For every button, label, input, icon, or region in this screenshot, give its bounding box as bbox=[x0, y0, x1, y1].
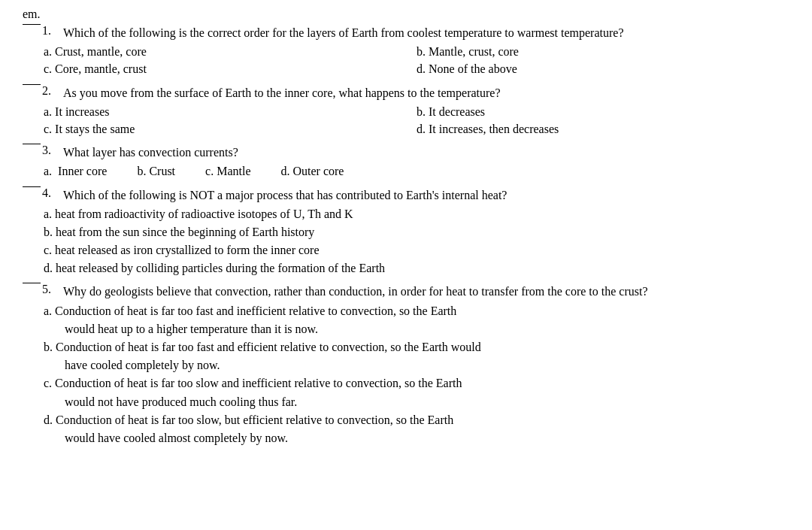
q5-answer-d-line2: would have cooled almost completely by n… bbox=[65, 429, 789, 447]
q4-answer-d: d. heat released by colliding particles … bbox=[44, 259, 789, 277]
q4-answer-c: c. heat released as iron crystallized to… bbox=[44, 241, 789, 259]
q4-blank bbox=[23, 186, 41, 187]
q1-answer-c: c. Core, mantle, crust bbox=[44, 60, 417, 77]
q2-number: 2. bbox=[42, 84, 63, 98]
q3-text: What layer has convection currents? bbox=[63, 144, 789, 161]
q3-answer-d: d. Outer core bbox=[280, 162, 351, 180]
q4-answer-b: b. heat from the sun since the beginning… bbox=[44, 223, 789, 241]
q5-answer-b-line1: b. Conduction of heat is far too fast an… bbox=[44, 338, 789, 356]
q3-blank bbox=[23, 144, 41, 144]
question-1: 1. Which of the following is the correct… bbox=[23, 24, 789, 78]
q5-answer-a-line1: a. Conduction of heat is far too fast an… bbox=[44, 302, 789, 320]
q5-answer-c-line2: would not have produced much cooling thu… bbox=[65, 393, 789, 410]
q1-number: 1. bbox=[42, 24, 63, 38]
q2-answer-a: a. It increases bbox=[44, 103, 417, 120]
q4-answer-a: a. heat from radioactivity of radioactiv… bbox=[44, 205, 789, 223]
q2-answer-d: d. It increases, then decreases bbox=[417, 120, 789, 138]
page-content: em. 1. Which of the following is the cor… bbox=[23, 8, 789, 447]
question-4: 4. Which of the following is NOT a major… bbox=[23, 186, 789, 277]
q3-number: 3. bbox=[42, 144, 63, 157]
q1-answer-b: b. Mantle, crust, core bbox=[417, 43, 789, 60]
q3-answer-b: b. Crust bbox=[137, 162, 183, 180]
q2-answer-c: c. It stays the same bbox=[44, 120, 417, 138]
q5-answer-a-line2: would heat up to a higher temperature th… bbox=[65, 320, 789, 338]
q2-text: As you move from the surface of Earth to… bbox=[63, 84, 789, 101]
question-5: 5. Why do geologists believe that convec… bbox=[23, 283, 789, 447]
q5-answers: a. Conduction of heat is far too fast an… bbox=[44, 302, 789, 447]
q5-answer-d-line1: d. Conduction of heat is far too slow, b… bbox=[44, 411, 789, 429]
q5-text: Why do geologists believe that convectio… bbox=[63, 283, 789, 300]
q2-answer-b: b. It decreases bbox=[417, 103, 789, 120]
q5-answer-b-line2: have cooled completely by now. bbox=[65, 356, 789, 374]
q1-blank bbox=[23, 24, 41, 25]
q4-answers: a. heat from radioactivity of radioactiv… bbox=[44, 205, 789, 277]
question-2: 2. As you move from the surface of Earth… bbox=[23, 84, 789, 138]
q4-text: Which of the following is NOT a major pr… bbox=[63, 186, 789, 204]
q2-blank bbox=[23, 84, 41, 85]
q2-answers: a. It increases b. It decreases c. It st… bbox=[44, 103, 789, 138]
q3-answers: a. Inner core b. Crust c. Mantle d. Oute… bbox=[44, 162, 789, 180]
q1-answers: a. Crust, mantle, core b. Mantle, crust,… bbox=[44, 43, 789, 77]
q3-answer-a: a. Inner core bbox=[44, 162, 114, 180]
q5-number: 5. bbox=[42, 283, 63, 296]
header-partial: em. bbox=[23, 8, 789, 21]
question-3: 3. What layer has convection currents? a… bbox=[23, 144, 789, 180]
q3-answer-c: c. Mantle bbox=[205, 162, 258, 180]
q5-answer-c-line1: c. Conduction of heat is far too slow an… bbox=[44, 374, 789, 392]
q4-number: 4. bbox=[42, 186, 63, 200]
q1-answer-d: d. None of the above bbox=[417, 60, 789, 77]
q1-text: Which of the following is the correct or… bbox=[63, 24, 789, 41]
q5-blank bbox=[23, 283, 41, 283]
q1-answer-a: a. Crust, mantle, core bbox=[44, 43, 417, 60]
